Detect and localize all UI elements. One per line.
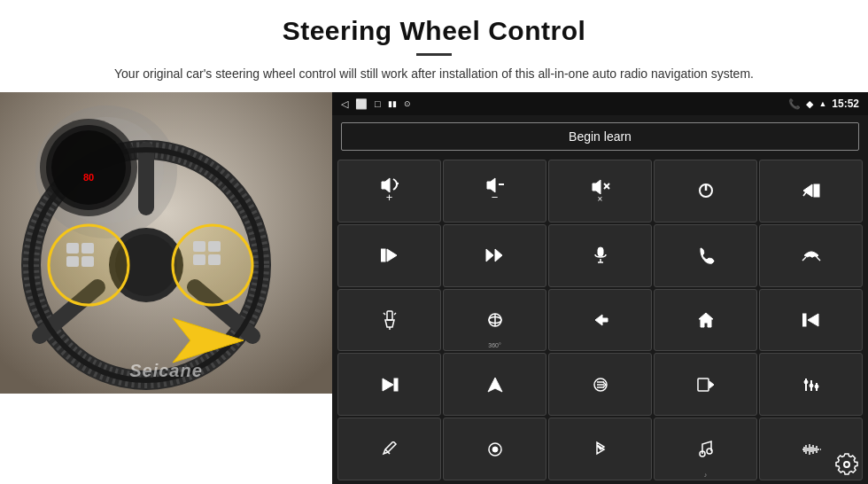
svg-marker-56 xyxy=(488,378,502,392)
svg-rect-22 xyxy=(208,241,221,252)
svg-marker-44 xyxy=(385,320,394,327)
wifi-icon: ⊙ xyxy=(404,99,411,108)
back-nav-button[interactable] xyxy=(548,289,652,352)
status-left-icons: ◁ ⬜ □ ▮▮ ⊙ xyxy=(341,98,411,110)
skip-forward-button[interactable] xyxy=(337,353,441,416)
360-label: 360° xyxy=(488,342,500,348)
skip-back-button[interactable] xyxy=(759,289,863,352)
svg-rect-24 xyxy=(208,254,221,265)
back-icon[interactable]: ◁ xyxy=(341,98,348,110)
svg-marker-53 xyxy=(808,314,818,326)
svg-line-41 xyxy=(802,257,806,261)
content-area: 80 Seicane xyxy=(0,92,868,484)
svg-rect-34 xyxy=(381,249,385,262)
svg-rect-52 xyxy=(802,314,806,326)
svg-marker-36 xyxy=(486,249,493,262)
wifi-status-icon: ▲ xyxy=(818,99,826,108)
svg-line-46 xyxy=(384,313,385,315)
header-section: Steering Wheel Control Your original car… xyxy=(0,0,868,92)
svg-rect-21 xyxy=(193,241,205,252)
svg-rect-17 xyxy=(66,243,79,254)
home-nav-button[interactable] xyxy=(654,289,757,352)
prev-track-phone-button[interactable] xyxy=(759,160,863,222)
volume-up-button[interactable]: + xyxy=(337,160,441,222)
bluetooth-button[interactable] xyxy=(548,418,652,480)
svg-rect-33 xyxy=(814,184,819,197)
svg-line-42 xyxy=(817,257,820,261)
svg-point-13 xyxy=(51,130,126,205)
svg-rect-58 xyxy=(698,379,709,391)
headunit-panel: ◁ ⬜ □ ▮▮ ⊙ 📞 ◆ ▲ 15:52 xyxy=(332,92,868,484)
svg-point-65 xyxy=(815,385,818,388)
music-button[interactable]: ♪ xyxy=(654,418,757,480)
microphone-button[interactable] xyxy=(548,224,652,287)
svg-marker-55 xyxy=(383,379,393,391)
begin-learn-row: Begin learn xyxy=(332,115,868,158)
svg-marker-59 xyxy=(709,381,714,388)
svg-line-47 xyxy=(394,313,396,315)
settings-circle-button[interactable] xyxy=(443,418,546,480)
svg-rect-20 xyxy=(81,256,94,267)
phone-status-icon: 📞 xyxy=(788,98,801,110)
svg-rect-23 xyxy=(193,254,205,265)
svg-rect-18 xyxy=(81,243,94,254)
volume-mute-button[interactable]: × xyxy=(548,160,652,222)
equalizer-button[interactable] xyxy=(759,353,863,416)
svg-point-63 xyxy=(804,380,808,384)
svg-rect-43 xyxy=(387,311,392,320)
svg-point-67 xyxy=(492,447,498,452)
clock-display: 15:52 xyxy=(832,98,859,110)
svg-text:80: 80 xyxy=(83,172,94,183)
page-container: Steering Wheel Control Your original car… xyxy=(0,0,868,484)
title-divider xyxy=(416,53,452,56)
flashlight-button[interactable] xyxy=(337,289,441,352)
next-button[interactable] xyxy=(337,224,441,287)
svg-marker-35 xyxy=(387,249,397,262)
home-icon[interactable]: ⬜ xyxy=(355,98,368,110)
page-title: Steering Wheel Control xyxy=(53,16,815,46)
svg-marker-51 xyxy=(699,313,713,327)
svg-rect-19 xyxy=(66,256,79,267)
steering-wheel-image: 80 Seicane xyxy=(0,92,332,394)
subtitle-text: Your original car's steering wheel contr… xyxy=(89,65,779,83)
button-grid: + − × xyxy=(332,158,868,484)
gear-settings-button[interactable] xyxy=(833,450,861,479)
end-call-button[interactable] xyxy=(759,224,863,287)
power-button[interactable] xyxy=(654,160,757,222)
svg-rect-54 xyxy=(394,379,398,391)
signal-bars-icon: ▮▮ xyxy=(388,99,397,108)
phone-answer-button[interactable] xyxy=(654,224,757,287)
switch-source-button[interactable] xyxy=(548,353,652,416)
recent-icon[interactable]: □ xyxy=(375,98,381,109)
view-360-button[interactable]: 360° xyxy=(443,289,546,352)
volume-down-button[interactable]: − xyxy=(443,160,546,222)
status-right-icons: 📞 ◆ ▲ 15:52 xyxy=(788,98,859,110)
pen-button[interactable] xyxy=(337,418,441,480)
navigate-button[interactable] xyxy=(443,353,546,416)
svg-rect-38 xyxy=(598,247,603,256)
status-bar: ◁ ⬜ □ ▮▮ ⊙ 📞 ◆ ▲ 15:52 xyxy=(332,92,868,115)
record-button[interactable] xyxy=(654,353,757,416)
svg-point-64 xyxy=(810,384,813,387)
watermark: Seicane xyxy=(129,361,203,381)
begin-learn-button[interactable]: Begin learn xyxy=(341,122,859,151)
location-icon: ◆ xyxy=(806,98,813,110)
pause-ff-button[interactable] xyxy=(443,224,546,287)
svg-marker-37 xyxy=(495,249,502,262)
